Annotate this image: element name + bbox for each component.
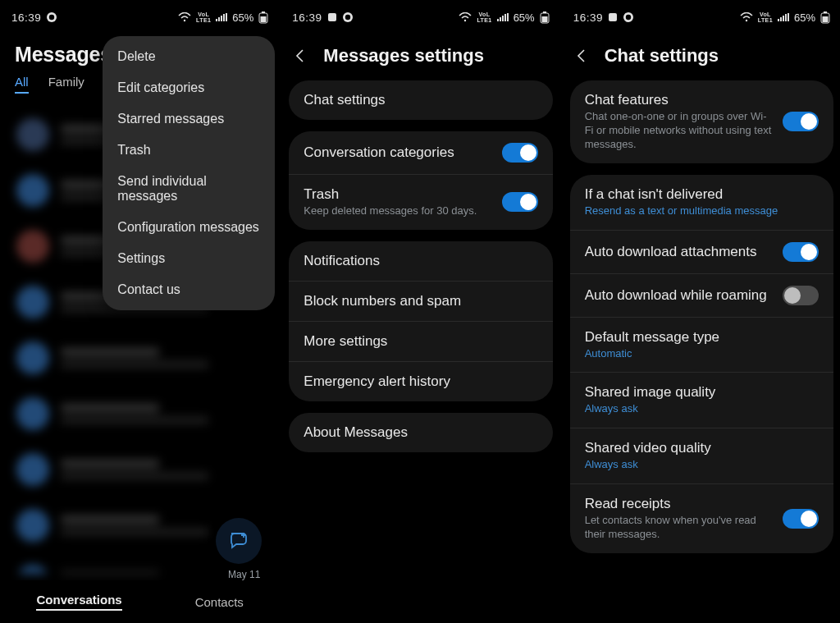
overflow-menu: Delete Edit categories Starred messages … (103, 36, 275, 310)
bottom-tab-contacts[interactable]: Contacts (195, 595, 244, 609)
status-clock: 16:39 (11, 11, 41, 24)
row-default-message-type[interactable]: Default message type Automatic (570, 317, 833, 373)
menu-send-individual[interactable]: Send individual messages (103, 166, 275, 212)
notification-icon (46, 11, 57, 23)
compose-button[interactable] (216, 518, 262, 564)
scroll-date-indicator: May 11 (228, 569, 260, 580)
row-chat-settings[interactable]: Chat settings (289, 80, 552, 120)
screen-messages-settings: 16:39 VoLLTE1 65% Messages settings (281, 0, 561, 623)
row-shared-video-quality[interactable]: Shared video quality Always ask (570, 428, 833, 483)
menu-configuration-messages[interactable]: Configuration messages (103, 212, 275, 243)
row-shared-image-quality[interactable]: Shared image quality Always ask (570, 372, 833, 428)
row-about-messages[interactable]: About Messages (289, 413, 552, 452)
battery-percent: 65% (232, 11, 253, 24)
row-label: Block numbers and spam (304, 293, 527, 309)
svg-rect-4 (262, 11, 265, 13)
toggle-read-receipts[interactable] (783, 509, 819, 529)
screen-chat-settings: 16:39 VoLLTE1 65% Chat settings (562, 0, 840, 623)
row-subtitle: Always ask (585, 458, 809, 472)
row-label: Emergency alert history (304, 373, 527, 390)
svg-point-15 (626, 15, 631, 20)
menu-starred-messages[interactable]: Starred messages (103, 103, 275, 135)
row-subtitle: Automatic (585, 347, 809, 361)
row-label: If a chat isn't delivered (585, 186, 809, 203)
battery-percent: 65% (514, 11, 535, 24)
tab-all[interactable]: All (15, 75, 29, 94)
row-conversation-categories[interactable]: Conversation categories (289, 131, 552, 174)
status-clock: 16:39 (292, 11, 322, 24)
back-button[interactable] (289, 44, 312, 67)
page-title: Messages settings (323, 45, 484, 66)
row-label: More settings (304, 333, 527, 350)
svg-rect-12 (541, 16, 547, 22)
menu-edit-categories[interactable]: Edit categories (103, 72, 275, 103)
svg-point-8 (345, 15, 349, 20)
svg-point-9 (464, 20, 466, 21)
bottom-tab-conversations[interactable]: Conversations (36, 593, 121, 611)
menu-settings[interactable]: Settings (103, 243, 275, 274)
toggle-trash[interactable] (502, 192, 538, 212)
wifi-icon (740, 12, 753, 22)
app-header: Messages settings (281, 30, 560, 72)
battery-icon (258, 11, 268, 24)
status-bar: 16:39 VoLLTE1 65% (281, 0, 560, 30)
menu-trash[interactable]: Trash (103, 135, 275, 166)
row-label: Notifications (304, 253, 527, 269)
menu-delete[interactable]: Delete (103, 41, 275, 72)
signal-icon (497, 12, 509, 22)
row-notifications[interactable]: Notifications (289, 241, 552, 281)
card-chat-features: Chat features Chat one-on-one or in grou… (570, 80, 833, 163)
svg-rect-11 (543, 11, 546, 13)
card-chat-options: If a chat isn't delivered Resend as a te… (570, 175, 833, 553)
row-not-delivered[interactable]: If a chat isn't delivered Resend as a te… (570, 175, 833, 230)
wifi-icon (459, 12, 472, 22)
row-auto-download-roaming[interactable]: Auto download while roaming (570, 273, 833, 317)
row-subtitle: Resend as a text or multimedia message (585, 204, 809, 218)
network-label: VoLLTE1 (196, 11, 211, 23)
toggle-auto-download[interactable] (783, 242, 819, 262)
row-read-receipts[interactable]: Read receipts Let contacts know when you… (570, 483, 833, 553)
toggle-auto-download-roaming[interactable] (783, 286, 819, 305)
row-label: Read receipts (585, 496, 773, 512)
page-title: Chat settings (605, 45, 719, 66)
signal-icon (216, 12, 227, 22)
battery-icon (540, 11, 550, 24)
row-label: Default message type (585, 329, 809, 346)
svg-rect-19 (822, 16, 828, 22)
toggle-chat-features[interactable] (783, 112, 819, 131)
row-chat-features[interactable]: Chat features Chat one-on-one or in grou… (570, 80, 833, 163)
svg-rect-6 (328, 13, 336, 21)
status-bar: 16:39 VoLLTE1 65% (0, 0, 280, 30)
card-notifications-group: Notifications Block numbers and spam Mor… (289, 241, 552, 401)
notification-icon (327, 12, 337, 22)
row-label: Chat settings (304, 92, 527, 108)
menu-contact-us[interactable]: Contact us (103, 274, 275, 305)
status-clock: 16:39 (573, 11, 603, 24)
wifi-icon (178, 12, 191, 22)
row-label: Chat features (585, 92, 773, 108)
row-label: Shared video quality (585, 440, 809, 456)
toggle-conversation-categories[interactable] (502, 143, 538, 163)
row-auto-download-attachments[interactable]: Auto download attachments (570, 230, 833, 273)
row-emergency-alert-history[interactable]: Emergency alert history (289, 361, 552, 401)
svg-rect-5 (261, 16, 267, 22)
bottom-nav: Conversations Contacts (0, 580, 280, 623)
row-block-numbers-spam[interactable]: Block numbers and spam (289, 281, 552, 321)
row-subtitle: Always ask (585, 402, 809, 416)
card-chat-settings: Chat settings (289, 80, 552, 120)
svg-point-1 (49, 15, 54, 20)
row-subtitle: Keep deleted messages for 30 days. (304, 204, 491, 218)
status-bar: 16:39 VoLLTE1 65% (562, 0, 840, 30)
row-trash[interactable]: Trash Keep deleted messages for 30 days. (289, 174, 552, 230)
svg-rect-13 (609, 13, 617, 21)
row-label: Conversation categories (304, 144, 491, 161)
screen-messages-list: 16:39 VoLLTE1 65% (0, 0, 281, 623)
notification-icon (342, 11, 354, 23)
row-label: Auto download while roaming (585, 287, 773, 304)
row-more-settings[interactable]: More settings (289, 321, 552, 361)
battery-icon (820, 11, 830, 24)
tab-family[interactable]: Family (48, 75, 84, 94)
network-label: VoLLTE1 (477, 11, 491, 23)
back-button[interactable] (570, 44, 593, 67)
battery-percent: 65% (794, 11, 815, 24)
